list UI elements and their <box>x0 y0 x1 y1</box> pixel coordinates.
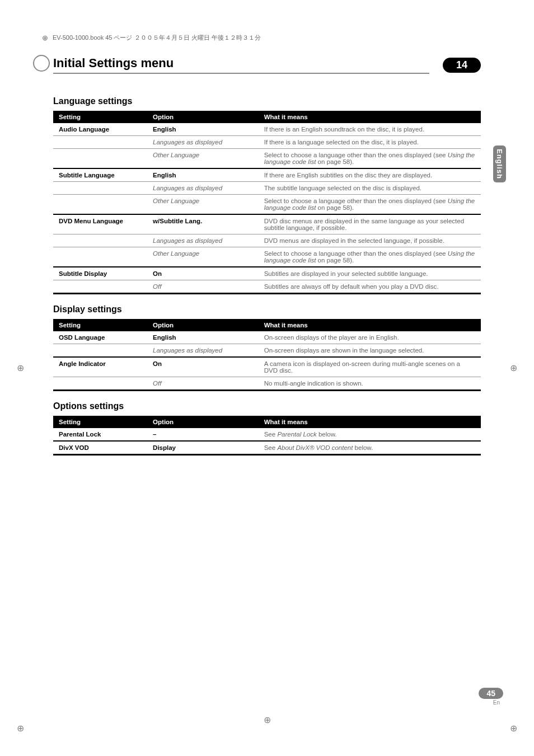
table-row: Other LanguageSelect to choose a languag… <box>53 195 481 215</box>
meaning-cell: Select to choose a language other than t… <box>259 247 481 267</box>
meaning-cell: The subtitle language selected on the di… <box>259 182 481 195</box>
meaning-cell: If there is an English soundtrack on the… <box>259 123 481 136</box>
table-row: Languages as displayedThe subtitle langu… <box>53 182 481 195</box>
meaning-cell: On-screen displays are shown in the lang… <box>259 344 481 358</box>
table-row: Languages as displayedOn-screen displays… <box>53 344 481 358</box>
display-settings-heading: Display settings <box>53 304 481 314</box>
option-cell: Off <box>147 377 259 391</box>
table-row: OffNo multi-angle indication is shown. <box>53 377 481 391</box>
setting-cell: Audio Language <box>53 123 147 136</box>
crosshair-icon: ⊕ <box>17 363 24 373</box>
language-settings-heading: Language settings <box>53 96 481 106</box>
option-cell: Other Language <box>147 195 259 215</box>
crosshair-icon: ⊕ <box>510 363 517 373</box>
setting-cell <box>53 247 147 267</box>
setting-cell: DVD Menu Language <box>53 214 147 234</box>
setting-cell <box>53 280 147 294</box>
option-cell: w/Subtitle Lang. <box>147 214 259 234</box>
table-row: Parental Lock–See Parental Lock below. <box>53 428 481 441</box>
option-cell: – <box>147 428 259 441</box>
chapter-number: 14 <box>443 58 481 73</box>
chapter-title: Initial Settings menu <box>53 56 429 74</box>
option-cell: Off <box>147 280 259 294</box>
table-row: Subtitle DisplayOnSubtitles are displaye… <box>53 267 481 280</box>
doc-header-text: EV-500-1000.book 45 ページ ２００５年４月５日 火曜日 午後… <box>53 34 261 42</box>
language-settings-table: Setting Option What it means Audio Langu… <box>53 111 481 294</box>
table-row: Angle IndicatorOnA camera icon is displa… <box>53 357 481 377</box>
page: ⊕ EV-500-1000.book 45 ページ ２００５年４月５日 火曜日 … <box>0 0 534 756</box>
setting-cell: OSD Language <box>53 331 147 344</box>
option-cell: English <box>147 123 259 136</box>
option-cell: On <box>147 267 259 280</box>
crosshair-icon: ⊕ <box>264 715 271 725</box>
col-setting: Setting <box>53 416 147 428</box>
meaning-cell: If there are English subtitles on the di… <box>259 168 481 182</box>
language-side-tab: English <box>493 145 506 182</box>
table-row: OSD LanguageEnglishOn-screen displays of… <box>53 331 481 344</box>
doc-header-line: ⊕ EV-500-1000.book 45 ページ ２００５年４月５日 火曜日 … <box>42 34 481 42</box>
meaning-cell: Select to choose a language other than t… <box>259 195 481 215</box>
setting-cell <box>53 344 147 358</box>
page-number: 45 <box>479 688 503 699</box>
meaning-cell: Subtitles are always off by default when… <box>259 280 481 294</box>
page-footer: 45 En <box>479 688 503 706</box>
language-rows: Audio LanguageEnglishIf there is an Engl… <box>53 123 481 294</box>
table-row: Other LanguageSelect to choose a languag… <box>53 149 481 169</box>
option-cell: Other Language <box>147 247 259 267</box>
table-row: Subtitle LanguageEnglishIf there are Eng… <box>53 168 481 182</box>
setting-cell <box>53 234 147 247</box>
meaning-cell: No multi-angle indication is shown. <box>259 377 481 391</box>
meaning-cell: See About DivX® VOD content below. <box>259 441 481 455</box>
table-row: OffSubtitles are always off by default w… <box>53 280 481 294</box>
option-cell: Languages as displayed <box>147 234 259 247</box>
table-row: Other LanguageSelect to choose a languag… <box>53 247 481 267</box>
option-cell: Display <box>147 441 259 455</box>
setting-cell <box>53 136 147 149</box>
col-option: Option <box>147 416 259 428</box>
options-settings-table: Setting Option What it means Parental Lo… <box>53 416 481 456</box>
meaning-cell: On-screen displays of the player are in … <box>259 331 481 344</box>
setting-cell <box>53 149 147 169</box>
option-cell: Languages as displayed <box>147 136 259 149</box>
setting-cell: Subtitle Display <box>53 267 147 280</box>
options-rows: Parental Lock–See Parental Lock below.Di… <box>53 428 481 455</box>
col-setting: Setting <box>53 111 147 123</box>
option-cell: English <box>147 168 259 182</box>
table-row: Languages as displayedDVD menus are disp… <box>53 234 481 247</box>
chapter-header: Initial Settings menu 14 <box>53 56 481 74</box>
meaning-cell: DVD disc menus are displayed in the same… <box>259 214 481 234</box>
option-cell: On <box>147 357 259 377</box>
col-meaning: What it means <box>259 111 481 123</box>
col-option: Option <box>147 111 259 123</box>
meaning-cell: DVD menus are displayed in the selected … <box>259 234 481 247</box>
table-row: Audio LanguageEnglishIf there is an Engl… <box>53 123 481 136</box>
table-row: DVD Menu Languagew/Subtitle Lang.DVD dis… <box>53 214 481 234</box>
setting-cell: DivX VOD <box>53 441 147 455</box>
display-settings-table: Setting Option What it means OSD Languag… <box>53 319 481 391</box>
option-cell: English <box>147 331 259 344</box>
meaning-cell: Select to choose a language other than t… <box>259 149 481 169</box>
meaning-cell: A camera icon is displayed on-screen dur… <box>259 357 481 377</box>
crosshair-icon: ⊕ <box>42 34 48 42</box>
option-cell: Languages as displayed <box>147 182 259 195</box>
col-option: Option <box>147 319 259 331</box>
setting-cell <box>53 377 147 391</box>
col-meaning: What it means <box>259 416 481 428</box>
col-setting: Setting <box>53 319 147 331</box>
setting-cell: Subtitle Language <box>53 168 147 182</box>
display-rows: OSD LanguageEnglishOn-screen displays of… <box>53 331 481 391</box>
setting-cell <box>53 195 147 215</box>
meaning-cell: Subtitles are displayed in your selected… <box>259 267 481 280</box>
col-meaning: What it means <box>259 319 481 331</box>
option-cell: Languages as displayed <box>147 344 259 358</box>
crosshair-icon: ⊕ <box>510 723 517 734</box>
table-row: Languages as displayedIf there is a lang… <box>53 136 481 149</box>
footer-lang: En <box>479 699 503 706</box>
options-settings-heading: Options settings <box>53 401 481 411</box>
crosshair-icon: ⊕ <box>17 723 24 734</box>
setting-cell: Parental Lock <box>53 428 147 441</box>
setting-cell: Angle Indicator <box>53 357 147 377</box>
option-cell: Other Language <box>147 149 259 169</box>
meaning-cell: If there is a language selected on the d… <box>259 136 481 149</box>
table-row: DivX VODDisplaySee About DivX® VOD conte… <box>53 441 481 455</box>
